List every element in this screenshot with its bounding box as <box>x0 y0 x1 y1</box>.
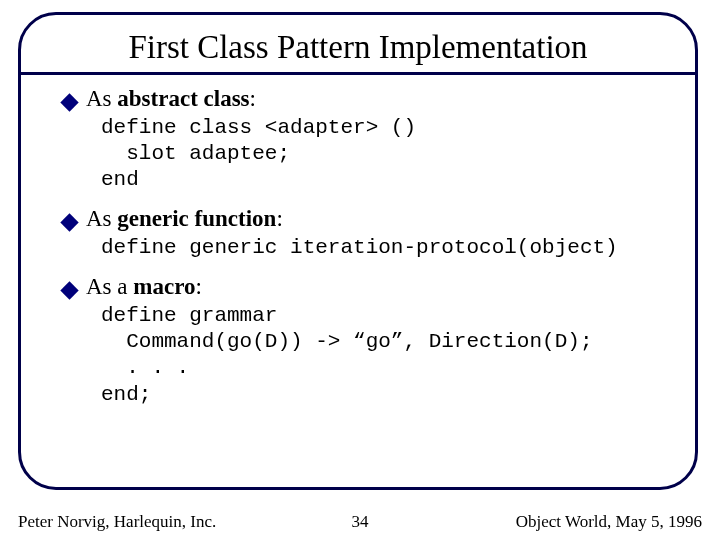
title-rule <box>21 72 695 75</box>
bullet-bold: abstract class <box>117 86 249 111</box>
bullet-lead: As a <box>86 274 133 299</box>
bullet-tail: : <box>276 206 282 231</box>
bullet-row: As abstract class: <box>63 85 669 113</box>
slide-title: First Class Pattern Implementation <box>47 29 669 66</box>
bullet-text: As generic function: <box>86 205 283 233</box>
bullet-lead: As <box>86 86 117 111</box>
bullet-row: As generic function: <box>63 205 669 233</box>
bullet-bold: macro <box>133 274 195 299</box>
diamond-bullet-icon <box>60 214 78 232</box>
diamond-bullet-icon <box>60 281 78 299</box>
bullet-lead: As <box>86 206 117 231</box>
code-block: define grammar Command(go(D)) -> “go”, D… <box>101 303 669 408</box>
bullet-tail: : <box>195 274 201 299</box>
slide-frame: First Class Pattern Implementation As ab… <box>18 12 698 490</box>
bullet-text: As a macro: <box>86 273 202 301</box>
bullet-text: As abstract class: <box>86 85 256 113</box>
footer-page-number: 34 <box>0 512 720 532</box>
bullet-item: As abstract class: define class <adapter… <box>63 85 669 193</box>
bullet-item: As a macro: define grammar Command(go(D)… <box>63 273 669 408</box>
slide-footer: Peter Norvig, Harlequin, Inc. 34 Object … <box>0 512 720 532</box>
bullet-item: As generic function: define generic iter… <box>63 205 669 261</box>
bullet-bold: generic function <box>117 206 276 231</box>
code-block: define generic iteration-protocol(object… <box>101 235 669 261</box>
diamond-bullet-icon <box>60 93 78 111</box>
bullet-tail: : <box>250 86 256 111</box>
bullet-row: As a macro: <box>63 273 669 301</box>
code-block: define class <adapter> () slot adaptee; … <box>101 115 669 194</box>
